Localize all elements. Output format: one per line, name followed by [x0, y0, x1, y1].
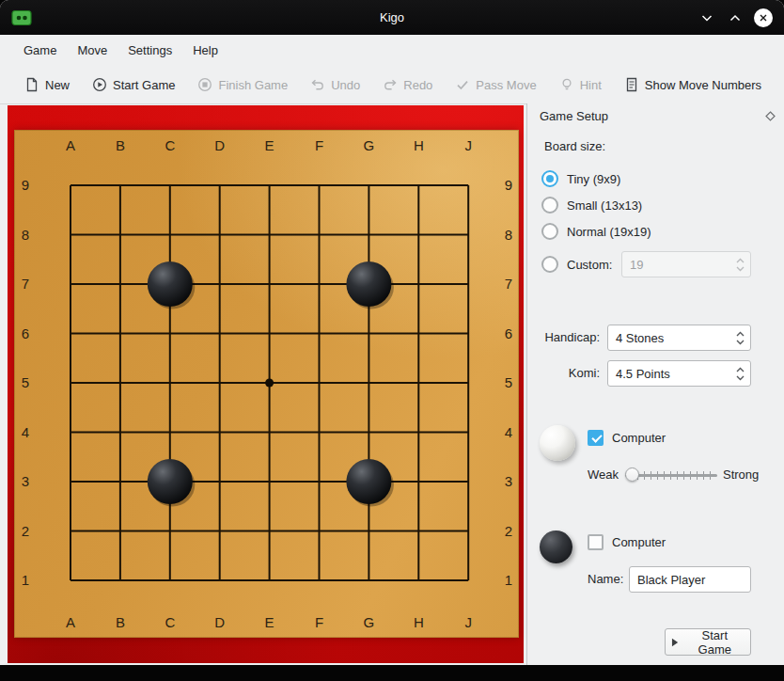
check-icon	[455, 77, 470, 92]
black-name-label: Name:	[588, 572, 623, 586]
radio-small-13x13[interactable]	[541, 197, 558, 214]
toolbar-label-undo: Undo	[331, 78, 360, 92]
toolbar-label-start-game: Start Game	[113, 78, 175, 92]
board-row-label: 7	[505, 276, 512, 292]
toolbar-label-new: New	[45, 78, 70, 92]
white-strength-row: Weak Strong	[588, 467, 780, 483]
slider-handle[interactable]	[625, 467, 639, 482]
board-row-label: 4	[22, 424, 29, 440]
board-row-label: 1	[22, 572, 29, 588]
main-content: AABBCCDDEEFFGGHHJJ998877665544332211 Gam…	[0, 103, 784, 665]
start-game-label: Start Game	[685, 628, 745, 657]
board-column-label: B	[116, 137, 125, 153]
undo-arrow-icon	[310, 77, 325, 92]
weak-label: Weak	[588, 467, 619, 482]
board-column-label: D	[214, 614, 225, 630]
float-panel-icon[interactable]	[765, 111, 776, 121]
toolbar: NewStart GameFinish GameUndoRedoPass Mov…	[0, 66, 784, 104]
menu-game[interactable]: Game	[13, 35, 67, 66]
board-row-label: 6	[505, 325, 512, 341]
board-column-label: J	[464, 614, 472, 630]
board-column-label: C	[165, 614, 175, 630]
board-row-label: 7	[22, 276, 29, 292]
new-document-icon	[24, 77, 39, 92]
spinner-arrows-icon[interactable]	[735, 365, 745, 383]
close-button[interactable]	[754, 8, 773, 27]
custom-size-value: 19	[622, 258, 643, 272]
board-row-label: 6	[22, 325, 29, 341]
board-column-label: A	[66, 614, 75, 630]
radio-label-small-13x13: Small (13x13)	[567, 198, 642, 213]
black-stone[interactable]	[148, 459, 193, 504]
black-computer-checkbox[interactable]	[588, 534, 604, 550]
play-circle-icon	[92, 77, 107, 92]
lightbulb-icon	[559, 77, 574, 92]
komi-value: 4.5 Points	[608, 367, 670, 381]
toolbar-label-pass-move: Pass Move	[476, 78, 536, 92]
toolbar-new[interactable]: New	[24, 77, 70, 92]
radio-custom-size[interactable]	[541, 256, 558, 273]
toolbar-label-hint: Hint	[580, 78, 602, 92]
radio-tiny-9x9[interactable]	[541, 170, 558, 187]
board-column-label: J	[464, 137, 472, 153]
toolbar-label-show-move-numbers: Show Move Numbers	[645, 78, 761, 92]
radio-normal-19x19[interactable]	[541, 223, 558, 240]
star-point	[265, 379, 274, 388]
toolbar-pass-move: Pass Move	[455, 77, 536, 92]
kigo-window: Kigo GameMoveSettingsHelp NewStart GameF…	[0, 0, 784, 665]
board-column-label: H	[414, 137, 424, 153]
menu-move[interactable]: Move	[67, 35, 118, 66]
go-board[interactable]: AABBCCDDEEFFGGHHJJ998877665544332211	[14, 130, 519, 638]
toolbar-hint: Hint	[559, 77, 602, 92]
maximize-button[interactable]	[726, 8, 745, 27]
window-controls	[698, 0, 773, 35]
black-stone-image	[540, 531, 572, 563]
menu-help[interactable]: Help	[182, 35, 228, 66]
toolbar-start-game[interactable]: Start Game	[92, 77, 175, 92]
board-grid[interactable]: AABBCCDDEEFFGGHHJJ998877665544332211	[14, 130, 519, 638]
black-computer-label: Computer	[612, 535, 666, 549]
panel-header: Game Setup	[527, 103, 784, 128]
start-game-button[interactable]: Start Game	[665, 628, 751, 656]
handicap-row: Handicap: 4 Stones	[527, 325, 751, 351]
strength-slider[interactable]	[625, 467, 717, 483]
minimize-button[interactable]	[698, 8, 716, 27]
black-stone[interactable]	[148, 261, 193, 307]
stop-circle-icon	[197, 77, 212, 92]
board-column-label: C	[165, 137, 175, 153]
strong-label: Strong	[723, 467, 759, 482]
game-setup-panel: Game Setup Board size: Tiny (9x9)Small (…	[526, 103, 784, 665]
toolbar-finish-game: Finish Game	[197, 77, 288, 92]
handicap-spinbox[interactable]: 4 Stones	[607, 325, 751, 351]
board-size-option-tiny-9x9[interactable]: Tiny (9x9)	[541, 166, 651, 192]
board-row-label: 2	[505, 523, 512, 539]
menu-settings[interactable]: Settings	[118, 35, 182, 66]
spinner-arrows-icon	[735, 256, 745, 274]
black-player-name-input[interactable]	[629, 566, 751, 593]
toolbar-show-move-numbers[interactable]: Show Move Numbers	[624, 77, 761, 92]
board-column-label: F	[315, 137, 323, 153]
board-size-option-normal-19x19[interactable]: Normal (19x19)	[541, 218, 651, 245]
custom-size-spinbox: 19	[621, 251, 751, 277]
black-stone[interactable]	[346, 261, 391, 307]
menubar: GameMoveSettingsHelp	[0, 35, 784, 66]
white-stone-image	[540, 425, 575, 461]
board-column-label: A	[66, 137, 75, 153]
komi-spinbox[interactable]: 4.5 Points	[607, 360, 751, 387]
board-row-label: 5	[22, 374, 29, 390]
handicap-value: 4 Stones	[608, 331, 664, 345]
board-row-label: 1	[505, 572, 512, 588]
black-computer-row: Computer	[588, 534, 666, 550]
handicap-label: Handicap:	[527, 330, 600, 344]
board-size-label: Board size:	[544, 139, 605, 153]
board-size-option-custom[interactable]: Custom: 19	[541, 251, 612, 277]
white-computer-checkbox[interactable]	[588, 430, 604, 446]
komi-label: Komi:	[527, 366, 600, 380]
board-size-option-small-13x13[interactable]: Small (13x13)	[541, 192, 651, 218]
spinner-arrows-icon[interactable]	[735, 329, 745, 347]
redo-arrow-icon	[383, 77, 398, 92]
black-stone[interactable]	[346, 459, 391, 504]
white-computer-row: Computer	[588, 430, 666, 446]
board-row-label: 3	[22, 473, 29, 489]
board-row-label: 4	[505, 424, 512, 440]
